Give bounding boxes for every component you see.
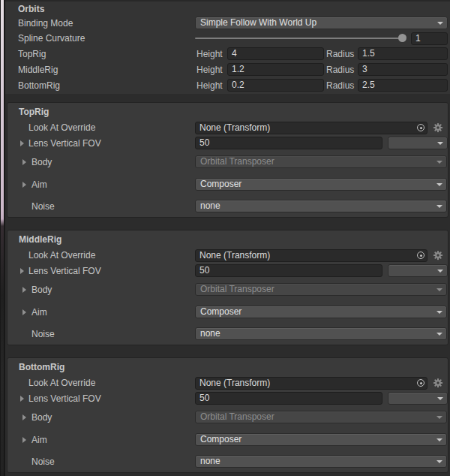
body-value: Orbital Transposer xyxy=(200,284,274,294)
bottomrig-orbit-label: BottomRig xyxy=(18,80,60,92)
lens-mode-dropdown[interactable] xyxy=(388,392,448,405)
aim-dropdown[interactable]: Composer xyxy=(195,433,447,446)
bottomrig-height-field[interactable]: 0.2 xyxy=(227,79,324,92)
spline-curvature-label: Spline Curvature xyxy=(18,32,85,44)
rig-title: MiddleRig xyxy=(19,233,62,246)
chevron-down-icon xyxy=(437,270,443,273)
object-picker-icon[interactable] xyxy=(417,379,424,387)
look-at-override-value: None (Transform) xyxy=(200,122,270,133)
noise-value: none xyxy=(200,328,220,339)
look-at-override-label: Look At Override xyxy=(28,122,95,134)
chevron-down-icon xyxy=(436,183,442,186)
gear-icon[interactable] xyxy=(433,122,443,133)
orbits-header: Orbits xyxy=(18,3,44,15)
noise-dropdown[interactable]: none xyxy=(195,200,447,212)
body-dropdown: Orbital Transposer xyxy=(195,411,447,423)
foldout-arrow-icon[interactable] xyxy=(20,268,24,274)
bottomrig-radius-field[interactable]: 2.5 xyxy=(358,79,448,92)
middlerig-section: MiddleRig Look At Override None (Transfo… xyxy=(7,230,448,345)
foldout-arrow-icon[interactable] xyxy=(20,396,24,402)
noise-label: Noise xyxy=(32,200,55,212)
toprig-section: TopRig Look At Override None (Transform)… xyxy=(7,102,448,218)
toprig-radius-field[interactable]: 1.5 xyxy=(358,47,448,60)
look-at-override-field[interactable]: None (Transform) xyxy=(195,249,428,262)
aim-label: Aim xyxy=(32,179,47,191)
toprig-radius-label: Radius xyxy=(326,48,354,60)
chevron-down-icon xyxy=(437,22,443,25)
aim-dropdown[interactable]: Composer xyxy=(195,306,447,318)
bottomrig-radius-label: Radius xyxy=(326,80,354,92)
aim-value: Composer xyxy=(200,179,242,189)
body-value: Orbital Transposer xyxy=(200,411,274,422)
lens-vertical-fov-field[interactable]: 50 xyxy=(195,392,382,405)
chevron-down-icon xyxy=(436,205,442,208)
inspector-panel: Orbits Binding Mode Simple Follow With W… xyxy=(0,0,450,476)
chevron-down-icon xyxy=(436,460,442,463)
noise-label: Noise xyxy=(32,456,55,468)
look-at-override-field[interactable]: None (Transform) xyxy=(195,122,428,134)
object-picker-icon[interactable] xyxy=(417,252,424,259)
middlerig-radius-label: Radius xyxy=(326,64,354,76)
rig-title: BottomRig xyxy=(19,361,64,373)
object-picker-dot xyxy=(420,255,422,257)
lens-vertical-fov-field[interactable]: 50 xyxy=(195,264,382,277)
toprig-orbit-label: TopRig xyxy=(18,48,46,60)
body-label: Body xyxy=(32,284,52,296)
look-at-override-value: None (Transform) xyxy=(200,250,270,261)
chevron-down-icon xyxy=(436,438,442,441)
aim-dropdown[interactable]: Composer xyxy=(195,178,447,191)
foldout-arrow-icon[interactable] xyxy=(22,182,26,188)
lens-vertical-fov-field[interactable]: 50 xyxy=(195,137,382,149)
aim-value: Composer xyxy=(200,306,242,317)
gear-icon[interactable] xyxy=(433,250,443,261)
chevron-down-icon xyxy=(436,288,442,291)
middlerig-orbit-label: MiddleRig xyxy=(18,64,58,76)
chevron-down-icon xyxy=(436,416,442,419)
bottomrig-height-label: Height xyxy=(196,80,223,92)
foldout-arrow-icon[interactable] xyxy=(22,159,26,165)
body-label: Body xyxy=(32,156,52,168)
foldout-arrow-icon[interactable] xyxy=(22,287,26,293)
binding-mode-value: Simple Follow With World Up xyxy=(200,17,316,28)
chevron-down-icon xyxy=(437,397,443,400)
lens-vertical-fov-label: Lens Vertical FOV xyxy=(28,393,101,405)
spline-curvature-field[interactable]: 1 xyxy=(411,32,448,45)
noise-label: Noise xyxy=(32,328,55,340)
middlerig-radius-field[interactable]: 3 xyxy=(358,63,448,76)
rig-title: TopRig xyxy=(19,106,49,118)
look-at-override-label: Look At Override xyxy=(28,249,95,261)
body-value: Orbital Transposer xyxy=(200,156,274,167)
look-at-override-field[interactable]: None (Transform) xyxy=(195,377,428,390)
aim-label: Aim xyxy=(32,434,47,446)
foldout-arrow-icon[interactable] xyxy=(22,437,26,443)
lens-mode-dropdown[interactable] xyxy=(388,137,448,149)
lens-vertical-fov-label: Lens Vertical FOV xyxy=(28,265,101,277)
body-dropdown: Orbital Transposer xyxy=(195,155,447,168)
middlerig-height-label: Height xyxy=(196,64,223,76)
binding-mode-dropdown[interactable]: Simple Follow With World Up xyxy=(195,17,448,29)
foldout-arrow-icon[interactable] xyxy=(22,309,26,315)
foldout-arrow-icon[interactable] xyxy=(22,414,26,420)
noise-dropdown[interactable]: none xyxy=(195,327,447,340)
middlerig-height-field[interactable]: 1.2 xyxy=(227,63,324,76)
foldout-arrow-icon[interactable] xyxy=(20,140,24,146)
noise-value: none xyxy=(200,200,220,211)
chevron-down-icon xyxy=(436,333,442,336)
bottomrig-section: BottomRig Look At Override None (Transfo… xyxy=(7,357,448,473)
spline-curvature-slider-track[interactable] xyxy=(195,38,403,39)
object-picker-icon[interactable] xyxy=(417,124,424,131)
lens-mode-dropdown[interactable] xyxy=(388,264,448,277)
binding-mode-label: Binding Mode xyxy=(18,17,73,29)
toprig-height-label: Height xyxy=(196,48,223,60)
object-picker-dot xyxy=(420,382,422,384)
chevron-down-icon xyxy=(436,311,442,314)
object-picker-dot xyxy=(420,127,422,129)
lens-vertical-fov-label: Lens Vertical FOV xyxy=(28,137,101,149)
body-label: Body xyxy=(32,411,52,423)
gear-icon[interactable] xyxy=(433,378,443,388)
spline-curvature-slider-handle[interactable] xyxy=(398,34,406,42)
chevron-down-icon xyxy=(436,161,442,164)
toprig-height-field[interactable]: 4 xyxy=(227,47,324,60)
aim-value: Composer xyxy=(200,434,242,444)
noise-dropdown[interactable]: none xyxy=(195,455,447,468)
